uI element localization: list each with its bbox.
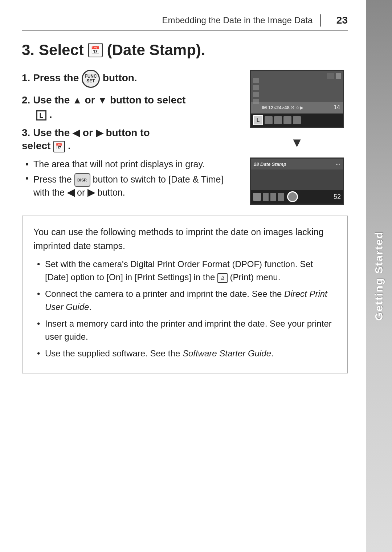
arrow-left-2: ◀ [67, 187, 74, 198]
step-2-or1: or [85, 94, 98, 106]
page-container: Embedding the Date in the Image Data │ 2… [0, 0, 392, 552]
sidebar-text: Getting Started [373, 231, 385, 321]
info-item-4: Use the supplied software. See the Softw… [37, 347, 336, 360]
step-3-suffix: button to [106, 127, 150, 138]
page-number: 23 [336, 15, 348, 26]
arrow-up-icon: ▲ [73, 95, 82, 106]
L-symbol: L [36, 110, 46, 120]
screen-bar-text: IM 12<24>48 [262, 105, 290, 110]
step-2-text: 2. Use the [22, 94, 73, 106]
arrow-left-icon: ◀ [73, 127, 80, 138]
step-3-text: 3. Use the [22, 127, 73, 138]
header-section-label: Embedding the Date in the Image Data [162, 15, 313, 25]
step-3-suffix2: select 📅 . [22, 140, 235, 152]
down-arrow-container: ▼ [290, 135, 303, 150]
down-arrow-icon: ▼ [290, 135, 303, 150]
print-icon: 🖨 [217, 273, 228, 283]
screen-icon-2 [336, 73, 341, 79]
info-bullet-list: Set with the camera's Digital Print Orde… [33, 258, 336, 360]
step-3-select: select [22, 140, 53, 151]
step-1-suffix: button. [103, 72, 137, 83]
instruction-layout: 1. Press the FUNCSET button. 2. Use the … [22, 70, 348, 205]
info-item-1: Set with the camera's Digital Print Orde… [37, 258, 336, 284]
toolbar2-icon-2 [263, 193, 269, 201]
step-1-text: Press the [33, 72, 82, 83]
left-icon-3 [253, 92, 259, 97]
arrow-right-icon: ▶ [96, 127, 103, 138]
step-2-suffix: button to select [110, 94, 185, 106]
instruction-images: IM 12<24>48 S ☆▶ 14 L ▼ [246, 70, 348, 205]
toolbar2-icon-4 [278, 193, 284, 201]
section-title: Select [39, 41, 84, 59]
toolbar-icon-m2 [274, 116, 282, 124]
screen-toolbar-1: L [251, 114, 343, 127]
screen2-toolbar: 52 [251, 190, 343, 204]
info-box: You can use the following methods to imp… [22, 216, 348, 373]
toolbar-icon-s [293, 116, 301, 124]
info-intro: You can use the following methods to imp… [33, 225, 336, 253]
screen-bar-text2: S ☆▶ [291, 105, 303, 110]
info-link-2: Software Starter Guide [183, 348, 271, 358]
camera-screen-2: 28 Date Stamp ▪▫▪ 52 [250, 158, 344, 205]
date-stamp-icon-small: 📅 [53, 141, 65, 152]
toolbar2-icon-3 [270, 193, 276, 201]
camera-screen-1: IM 12<24>48 S ☆▶ 14 L [250, 70, 344, 128]
screen-left-icons [253, 78, 259, 104]
screen-top-icons [327, 73, 341, 79]
step-1-number: 1. [22, 72, 30, 83]
sidebar: Getting Started [366, 0, 392, 552]
left-icon-2 [253, 85, 259, 90]
info-item-2: Connect the camera to a printer and impr… [37, 287, 336, 314]
left-icon-1 [253, 78, 259, 83]
bullet-list: The area that will not print displays in… [22, 159, 235, 198]
info-item-3: Insert a memory card into the printer an… [37, 317, 336, 343]
section-step-number: 3. [22, 41, 34, 59]
step-3-period: . [68, 140, 71, 151]
step-2-period: . [49, 109, 52, 120]
bullet-1: The area that will not print displays in… [25, 159, 235, 169]
selected-circle-icon [287, 191, 298, 202]
page-header: Embedding the Date in the Image Data │ 2… [22, 15, 348, 30]
instruction-steps: 1. Press the FUNCSET button. 2. Use the … [22, 70, 235, 205]
section-title-suffix: (Date Stamp). [107, 41, 205, 59]
arrow-right-2: ▶ [87, 187, 95, 198]
toolbar2-icon-1 [253, 193, 261, 201]
func-set-icon: FUNCSET [82, 70, 100, 88]
screen-bar-num: 14 [334, 104, 340, 111]
info-link-1: Direct Print User Guide [45, 289, 327, 312]
screen-center-bar: IM 12<24>48 S ☆▶ 14 [251, 102, 343, 113]
toolbar-icon-l: L [253, 115, 263, 125]
screen2-badge: ▪▫▪ [335, 161, 340, 167]
screen2-label: 28 Date Stamp [254, 161, 286, 167]
screen2-top-bar: 28 Date Stamp ▪▫▪ [251, 159, 343, 169]
disp-icon: DISP. [74, 173, 90, 187]
step-2-symbol-container: L . [22, 109, 235, 120]
screen-icon-1 [327, 73, 334, 79]
step-1: 1. Press the FUNCSET button. [22, 70, 235, 88]
step-3: 3. Use the ◀ or ▶ button to select 📅 . [22, 127, 235, 152]
toolbar-icon-m3 [283, 116, 291, 124]
date-stamp-icon: 📅 [88, 43, 103, 57]
step-3-or2: or [83, 127, 96, 138]
section-heading: 3. Select 📅 (Date Stamp). [22, 41, 348, 59]
main-content: Embedding the Date in the Image Data │ 2… [0, 0, 366, 552]
header-divider: │ [318, 15, 324, 26]
toolbar2-num: 52 [334, 193, 341, 201]
arrow-down-icon: ▼ [98, 95, 107, 106]
step-2: 2. Use the ▲ or ▼ button to select L . [22, 94, 235, 120]
toolbar-icon-m1 [265, 116, 273, 124]
bullet-2: Press the DISP. button to switch to [Dat… [25, 173, 235, 198]
